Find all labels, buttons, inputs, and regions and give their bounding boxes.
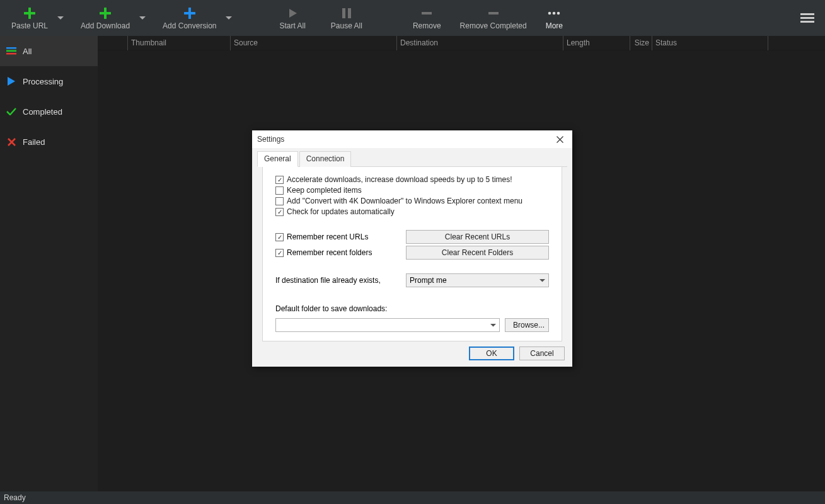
option-accelerate[interactable]: ✓ Accelerate downloads, increase downloa… [275,175,549,184]
option-remember-folders[interactable]: ✓ Remember recent folders [275,248,406,257]
checkbox-icon [275,197,284,205]
dialog-footer: OK Cancel [252,341,572,367]
if-exists-label: If destination file already exists, [275,276,381,285]
option-keep-completed[interactable]: Keep completed items [275,186,549,195]
dialog-titlebar[interactable]: Settings [252,130,572,148]
dialog-title: Settings [257,135,284,144]
if-exists-value: Prompt me [410,276,447,285]
default-folder-label: Default folder to save downloads: [275,304,549,313]
ok-button[interactable]: OK [469,346,514,360]
clear-recent-urls-button[interactable]: Clear Recent URLs [406,230,549,244]
cancel-button[interactable]: Cancel [519,346,565,360]
option-label: Check for updates automatically [287,207,395,216]
dialog-tabstrip: General Connection ✓ Accelerate download… [252,148,572,341]
option-label: Accelerate downloads, increase download … [287,175,512,184]
option-label: Remember recent URLs [287,232,368,241]
close-icon [557,136,563,143]
checkbox-icon: ✓ [275,208,284,216]
option-check-updates[interactable]: ✓ Check for updates automatically [275,207,549,216]
dialog-body: ✓ Accelerate downloads, increase downloa… [262,167,562,341]
checkbox-icon: ✓ [275,233,284,241]
chevron-down-icon [539,279,545,282]
tab-connection[interactable]: Connection [299,151,352,167]
close-button[interactable] [553,133,566,146]
option-context-menu[interactable]: Add "Convert with 4K Downloader" to Wind… [275,197,549,205]
tab-general[interactable]: General [257,151,298,167]
checkbox-icon: ✓ [275,176,284,184]
checkbox-icon [275,186,284,195]
default-folder-combo[interactable] [275,318,500,332]
clear-recent-folders-button[interactable]: Clear Recent Folders [406,246,549,260]
option-label: Keep completed items [287,186,362,195]
option-label: Remember recent folders [287,248,372,257]
option-remember-urls[interactable]: ✓ Remember recent URLs [275,232,406,241]
dialog-backdrop: Settings General Connection ✓ Accelerate… [0,0,825,504]
if-exists-select[interactable]: Prompt me [406,273,549,287]
checkbox-icon: ✓ [275,249,284,257]
chevron-down-icon [488,319,498,331]
settings-dialog: Settings General Connection ✓ Accelerate… [252,130,572,367]
option-label: Add "Convert with 4K Downloader" to Wind… [287,197,522,205]
browse-button[interactable]: Browse... [505,318,549,332]
